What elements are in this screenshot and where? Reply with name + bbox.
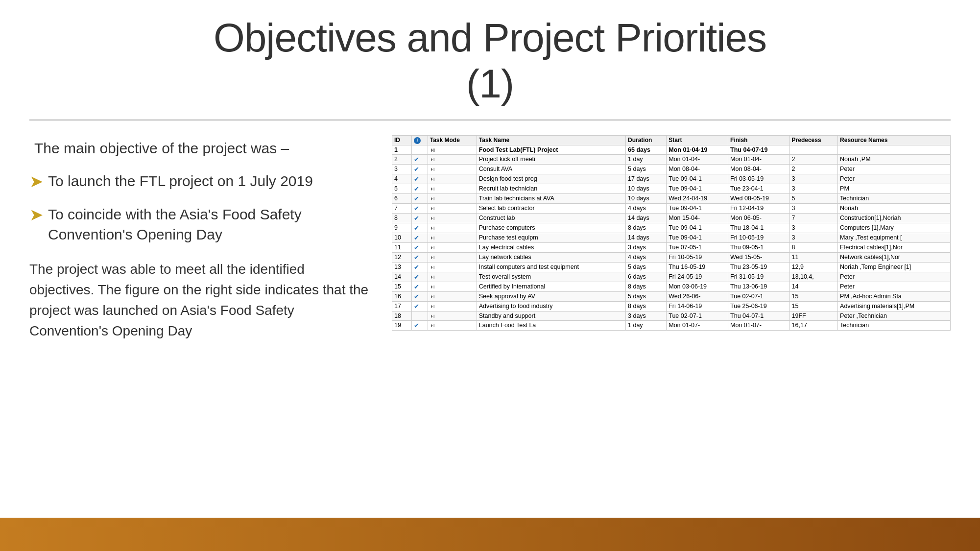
cell-id: 4 [392,174,412,184]
cell-finish: Thu 04-07-1 [728,311,790,320]
cell-finish: Fri 03-05-19 [728,174,790,184]
cell-pred: 14 [789,282,837,291]
cell-start: Wed 24-04-19 [667,193,728,203]
cell-mode: ⏯ [428,223,477,233]
cell-start: Thu 16-05-19 [667,262,728,272]
task-mode-icon: ⏯ [430,205,435,211]
cell-duration: 8 days [626,223,667,233]
check-icon: ✔ [414,273,419,281]
bullet-text-1: To launch the FTL project on 1 July 2019 [48,171,313,192]
cell-duration: 10 days [626,184,667,193]
table-row: 8✔⏯Construct lab14 daysMon 15-04-Mon 06-… [392,213,951,223]
cell-start: Tue 02-07-1 [667,311,728,320]
check-icon: ✔ [414,283,419,290]
cell-check: ✔ [411,223,428,233]
cell-res: Mary ,Test equipment [ [838,233,951,242]
content-area: The main objective of the project was – … [0,135,980,342]
task-mode-icon: ⏯ [430,235,435,240]
gantt-table: ID i Task Mode Task Name Duration Start … [392,135,951,331]
check-icon: ✔ [414,195,419,202]
check-icon: ✔ [414,175,419,183]
table-row: 19✔⏯Launch Food Test La1 dayMon 01-07-Mo… [392,320,951,330]
cell-res: Computers [1],Mary [838,223,951,233]
cell-start: Tue 09-04-1 [667,233,728,242]
task-mode-icon: ⏯ [430,313,435,319]
cell-duration: 14 days [626,213,667,223]
cell-res: Peter ,Technician [838,311,951,320]
main-objective-text: The main objective of the project was – [34,140,372,157]
cell-check: ✔ [411,282,428,291]
cell-finish: Thu 13-06-19 [728,282,790,291]
table-row: 3✔⏯Consult AVA5 daysMon 08-04-Mon 08-04-… [392,164,951,174]
table-row: 10✔⏯Purchase test equipm14 daysTue 09-04… [392,233,951,242]
th-info: i [411,135,428,145]
cell-check: ✔ [411,193,428,203]
cell-res: Peter [838,282,951,291]
footer-bar [0,518,980,551]
right-content: ID i Task Mode Task Name Duration Start … [392,135,951,331]
th-pred: Predecess [789,135,837,145]
cell-mode: ⏯ [428,233,477,242]
cell-id: 15 [392,282,412,291]
cell-pred: 5 [789,193,837,203]
cell-duration: 8 days [626,301,667,311]
table-row: 11✔⏯Lay electrical cables3 daysTue 07-05… [392,242,951,252]
task-mode-icon: ⏯ [430,284,435,289]
cell-pred: 7 [789,213,837,223]
cell-taskname: Purchase test equipm [477,233,625,242]
check-icon: ✔ [414,205,419,212]
cell-start: Tue 09-04-1 [667,223,728,233]
left-content: The main objective of the project was – … [29,135,372,342]
cell-taskname: Launch Food Test La [477,320,625,330]
slide-container: Objectives and Project Priorities (1) Th… [0,0,980,551]
cell-duration: 4 days [626,252,667,262]
cell-mode: ⏯ [428,262,477,272]
cell-id: 11 [392,242,412,252]
check-icon: ✔ [414,224,419,232]
bullet-arrow-2: ➤ [29,205,43,225]
th-taskname: Task Name [477,135,625,145]
cell-duration: 6 days [626,272,667,282]
cell-mode: ⏯ [428,242,477,252]
cell-finish: Fri 31-05-19 [728,272,790,282]
cell-duration: 5 days [626,291,667,301]
cell-check: ✔ [411,184,428,193]
cell-mode: ⏯ [428,252,477,262]
cell-res [838,145,951,154]
check-icon: ✔ [414,156,419,163]
cell-pred: 2 [789,164,837,174]
cell-taskname: Recruit lab technician [477,184,625,193]
check-icon: ✔ [414,244,419,251]
th-res: Resource Names [838,135,951,145]
cell-id: 6 [392,193,412,203]
title-section: Objectives and Project Priorities (1) [0,0,980,115]
cell-duration: 3 days [626,242,667,252]
info-icon: i [414,137,421,144]
cell-taskname: Select lab contractor [477,203,625,213]
title-divider [29,120,951,120]
check-icon: ✔ [414,234,419,241]
cell-mode: ⏯ [428,174,477,184]
cell-duration: 1 day [626,154,667,164]
cell-check [411,311,428,320]
cell-duration: 10 days [626,193,667,203]
cell-start: Tue 09-04-1 [667,184,728,193]
cell-finish: Thu 09-05-1 [728,242,790,252]
cell-finish: Fri 10-05-19 [728,233,790,242]
cell-taskname: Purchase computers [477,223,625,233]
cell-id: 18 [392,311,412,320]
task-mode-icon: ⏯ [430,195,435,201]
cell-finish: Thu 18-04-1 [728,223,790,233]
bullet-arrow-1: ➤ [29,171,43,192]
cell-finish: Mon 06-05- [728,213,790,223]
cell-taskname: Lay electrical cables [477,242,625,252]
table-row: 12✔⏯Lay network cables4 daysFri 10-05-19… [392,252,951,262]
cell-mode: ⏯ [428,154,477,164]
check-icon: ✔ [414,322,419,329]
cell-taskname: Lay network cables [477,252,625,262]
cell-check: ✔ [411,320,428,330]
check-icon: ✔ [414,264,419,271]
table-row: 7✔⏯Select lab contractor4 daysTue 09-04-… [392,203,951,213]
table-row: 9✔⏯Purchase computers8 daysTue 09-04-1Th… [392,223,951,233]
cell-check: ✔ [411,154,428,164]
